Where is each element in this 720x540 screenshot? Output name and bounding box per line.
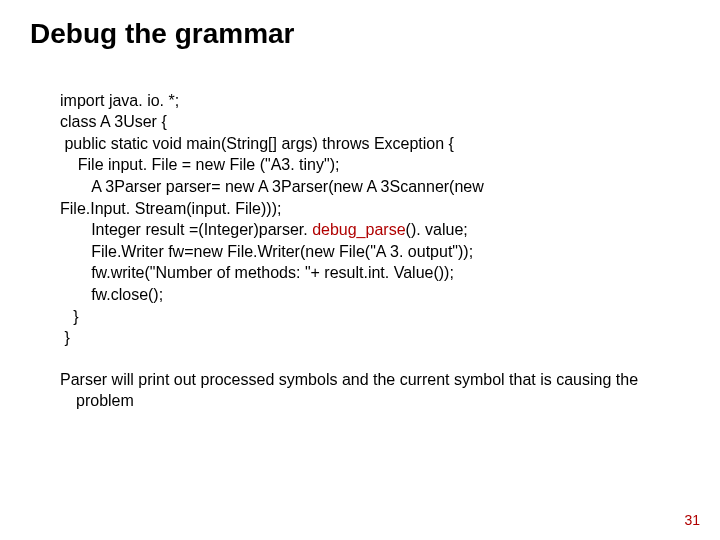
code-line: } — [60, 329, 70, 346]
code-line: } — [60, 308, 79, 325]
code-line: File.Input. Stream(input. File))); — [60, 200, 281, 217]
code-block: import java. io. *; class A 3User { publ… — [60, 68, 690, 349]
highlight-debug-parse: debug_parse — [312, 221, 405, 238]
code-line: public static void main(String[] args) t… — [60, 135, 454, 152]
code-line: Integer result =(Integer)parser. debug_p… — [60, 221, 468, 238]
code-line: fw.close(); — [60, 286, 163, 303]
slide-title: Debug the grammar — [30, 18, 690, 50]
code-line: A 3Parser parser= new A 3Parser(new A 3S… — [60, 178, 484, 195]
code-line: class A 3User { — [60, 113, 167, 130]
code-line: File input. File = new File ("A3. tiny")… — [60, 156, 339, 173]
code-line: import java. io. *; — [60, 92, 179, 109]
page-number: 31 — [684, 512, 700, 528]
code-line: File.Writer fw=new File.Writer(new File(… — [60, 243, 473, 260]
code-line: fw.write("Number of methods: "+ result.i… — [60, 264, 454, 281]
slide: Debug the grammar import java. io. *; cl… — [0, 0, 720, 540]
explanation-text: Parser will print out processed symbols … — [60, 369, 690, 412]
